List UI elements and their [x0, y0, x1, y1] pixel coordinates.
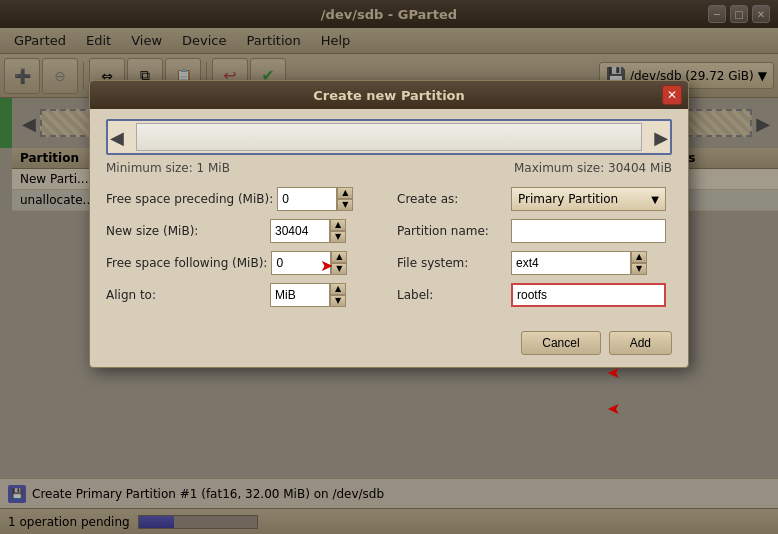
dialog-titlebar: Create new Partition ✕ — [90, 81, 688, 109]
preview-arrow-left[interactable]: ◀ — [110, 127, 124, 148]
new-size-up[interactable]: ▲ — [330, 219, 346, 231]
free-space-following-row: Free space following (MiB): ▲ ▼ — [106, 251, 381, 275]
file-system-input[interactable] — [511, 251, 631, 275]
create-partition-dialog: Create new Partition ✕ ◀ ▶ Minimum size:… — [89, 80, 689, 368]
new-size-down[interactable]: ▼ — [330, 231, 346, 243]
arrow-label: ➤ — [607, 399, 620, 418]
dialog-close-button[interactable]: ✕ — [662, 85, 682, 105]
align-to-up[interactable]: ▲ — [330, 283, 346, 295]
label-input[interactable] — [511, 283, 666, 307]
size-info: Minimum size: 1 MiB Maximum size: 30404 … — [90, 161, 688, 183]
free-space-preceding-row: Free space preceding (MiB): ▲ ▼ — [106, 187, 381, 211]
free-space-following-label: Free space following (MiB): — [106, 256, 267, 270]
min-size-label: Minimum size: 1 MiB — [106, 161, 230, 175]
file-system-input-group: ▲ ▼ — [511, 251, 647, 275]
free-space-preceding-input[interactable] — [277, 187, 337, 211]
free-space-following-up[interactable]: ▲ — [331, 251, 347, 263]
label-label: Label: — [397, 288, 507, 302]
label-row: Label: — [397, 283, 672, 307]
free-space-following-input[interactable] — [271, 251, 331, 275]
free-space-preceding-down[interactable]: ▼ — [337, 199, 353, 211]
file-system-row: File system: ▲ ▼ — [397, 251, 672, 275]
new-size-input-group: ▲ ▼ — [270, 219, 346, 243]
dialog-form: Free space preceding (MiB): ▲ ▼ New size… — [90, 183, 688, 327]
free-space-preceding-spinner: ▲ ▼ — [337, 187, 353, 211]
align-to-input[interactable] — [270, 283, 330, 307]
align-to-input-group: ▲ ▼ — [270, 283, 346, 307]
dialog-buttons: Cancel Add — [90, 327, 688, 367]
new-size-spinner: ▲ ▼ — [330, 219, 346, 243]
free-space-following-spinner: ▲ ▼ — [331, 251, 347, 275]
align-to-spinner: ▲ ▼ — [330, 283, 346, 307]
preview-arrow-right[interactable]: ▶ — [654, 127, 668, 148]
create-as-label: Create as: — [397, 192, 507, 206]
partition-name-row: Partition name: — [397, 219, 672, 243]
max-size-label: Maximum size: 30404 MiB — [514, 161, 672, 175]
free-space-preceding-up[interactable]: ▲ — [337, 187, 353, 199]
align-to-label: Align to: — [106, 288, 266, 302]
file-system-spinner: ▲ ▼ — [631, 251, 647, 275]
partition-preview-bar — [136, 123, 642, 151]
align-to-down[interactable]: ▼ — [330, 295, 346, 307]
new-size-row: New size (MiB): ▲ ▼ — [106, 219, 381, 243]
dialog-title: Create new Partition — [313, 88, 465, 103]
partition-preview: ◀ ▶ — [106, 119, 672, 155]
free-space-following-input-group: ▲ ▼ — [271, 251, 347, 275]
modal-overlay: Create new Partition ✕ ◀ ▶ Minimum size:… — [0, 0, 778, 534]
align-to-row: Align to: ▲ ▼ — [106, 283, 381, 307]
form-right: Create as: Primary Partition ▼ Partition… — [389, 183, 680, 319]
partition-name-input[interactable] — [511, 219, 666, 243]
free-space-preceding-label: Free space preceding (MiB): — [106, 192, 273, 206]
create-as-value: Primary Partition — [518, 192, 618, 206]
free-space-preceding-input-group: ▲ ▼ — [277, 187, 353, 211]
form-left: Free space preceding (MiB): ▲ ▼ New size… — [98, 183, 389, 319]
create-as-arrow-icon: ▼ — [651, 194, 659, 205]
cancel-button[interactable]: Cancel — [521, 331, 600, 355]
file-system-down[interactable]: ▼ — [631, 263, 647, 275]
new-size-input[interactable] — [270, 219, 330, 243]
free-space-following-down[interactable]: ▼ — [331, 263, 347, 275]
create-as-row: Create as: Primary Partition ▼ — [397, 187, 672, 211]
file-system-up[interactable]: ▲ — [631, 251, 647, 263]
partition-name-label: Partition name: — [397, 224, 507, 238]
file-system-label: File system: — [397, 256, 507, 270]
new-size-label: New size (MiB): — [106, 224, 266, 238]
create-as-select[interactable]: Primary Partition ▼ — [511, 187, 666, 211]
add-button[interactable]: Add — [609, 331, 672, 355]
